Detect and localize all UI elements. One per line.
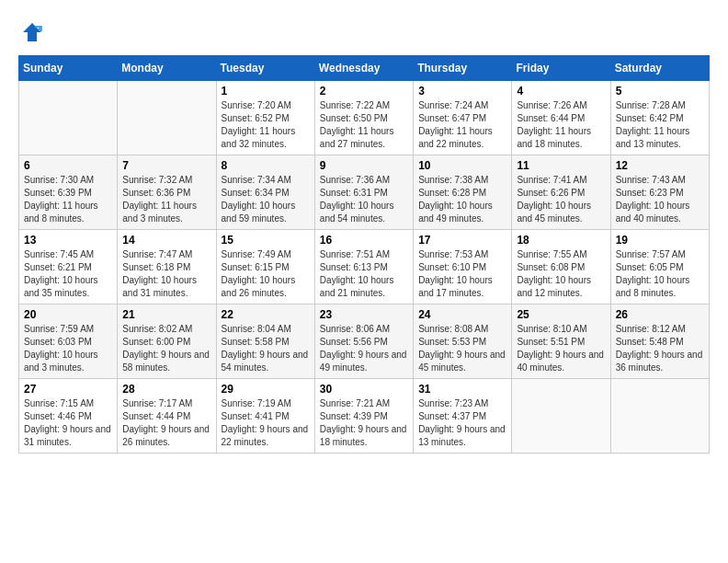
day-cell [118,81,216,155]
day-info: Sunrise: 8:04 AMSunset: 5:58 PMDaylight:… [222,323,310,374]
day-info: Sunrise: 7:20 AMSunset: 6:52 PMDaylight:… [222,99,310,151]
day-number: 10 [418,159,506,172]
logo [18,18,50,46]
weekday-header-saturday: Saturday [610,56,709,81]
day-number: 21 [122,308,210,321]
day-cell: 3Sunrise: 7:24 AMSunset: 6:47 PMDaylight… [414,81,512,155]
day-number: 1 [222,85,310,98]
day-cell: 15Sunrise: 7:49 AMSunset: 6:15 PMDayligh… [216,230,314,304]
day-cell [610,379,709,454]
day-number: 31 [418,383,506,396]
day-cell: 23Sunrise: 8:06 AMSunset: 5:56 PMDayligh… [314,304,413,379]
day-cell: 20Sunrise: 7:59 AMSunset: 6:03 PMDayligh… [19,304,118,379]
weekday-header-row: SundayMondayTuesdayWednesdayThursdayFrid… [19,56,710,81]
day-number: 20 [24,308,112,321]
day-cell: 7Sunrise: 7:32 AMSunset: 6:36 PMDaylight… [118,155,216,230]
day-number: 7 [122,159,210,172]
day-info: Sunrise: 7:19 AMSunset: 4:41 PMDaylight:… [222,397,310,449]
day-cell: 26Sunrise: 8:12 AMSunset: 5:48 PMDayligh… [610,304,709,379]
day-number: 16 [320,234,408,247]
day-info: Sunrise: 7:53 AMSunset: 6:10 PMDaylight:… [418,248,506,300]
day-info: Sunrise: 7:30 AMSunset: 6:39 PMDaylight:… [24,174,112,225]
day-info: Sunrise: 8:10 AMSunset: 5:51 PMDaylight:… [517,323,605,374]
day-cell: 12Sunrise: 7:43 AMSunset: 6:23 PMDayligh… [610,155,709,230]
day-number: 29 [222,383,310,396]
week-row-2: 6Sunrise: 7:30 AMSunset: 6:39 PMDaylight… [19,155,710,230]
day-number: 3 [418,85,506,98]
day-number: 23 [320,308,408,321]
day-number: 27 [24,383,112,396]
day-info: Sunrise: 7:23 AMSunset: 4:37 PMDaylight:… [418,397,506,449]
weekday-header-tuesday: Tuesday [216,56,314,81]
day-info: Sunrise: 7:24 AMSunset: 6:47 PMDaylight:… [418,99,506,151]
day-info: Sunrise: 7:28 AMSunset: 6:42 PMDaylight:… [616,99,704,151]
day-number: 9 [320,159,408,172]
day-cell: 22Sunrise: 8:04 AMSunset: 5:58 PMDayligh… [216,304,314,379]
weekday-header-wednesday: Wednesday [314,56,413,81]
day-info: Sunrise: 7:17 AMSunset: 4:44 PMDaylight:… [122,397,210,449]
day-cell [512,379,610,454]
day-info: Sunrise: 7:32 AMSunset: 6:36 PMDaylight:… [122,174,210,225]
day-number: 6 [24,159,112,172]
day-info: Sunrise: 8:02 AMSunset: 6:00 PMDaylight:… [122,323,210,374]
day-cell: 10Sunrise: 7:38 AMSunset: 6:28 PMDayligh… [414,155,512,230]
day-cell: 16Sunrise: 7:51 AMSunset: 6:13 PMDayligh… [314,230,413,304]
header [18,18,710,46]
day-number: 22 [222,308,310,321]
day-cell: 2Sunrise: 7:22 AMSunset: 6:50 PMDaylight… [314,81,413,155]
day-number: 12 [616,159,704,172]
day-number: 19 [616,234,704,247]
day-cell: 14Sunrise: 7:47 AMSunset: 6:18 PMDayligh… [118,230,216,304]
day-number: 2 [320,85,408,98]
day-cell: 11Sunrise: 7:41 AMSunset: 6:26 PMDayligh… [512,155,610,230]
day-info: Sunrise: 7:45 AMSunset: 6:21 PMDaylight:… [24,248,112,300]
weekday-header-sunday: Sunday [19,56,118,81]
day-info: Sunrise: 8:06 AMSunset: 5:56 PMDaylight:… [320,323,408,374]
day-cell: 19Sunrise: 7:57 AMSunset: 6:05 PMDayligh… [610,230,709,304]
day-info: Sunrise: 7:51 AMSunset: 6:13 PMDaylight:… [320,248,408,300]
day-info: Sunrise: 7:41 AMSunset: 6:26 PMDaylight:… [517,174,605,225]
day-cell: 27Sunrise: 7:15 AMSunset: 4:46 PMDayligh… [19,379,118,454]
day-number: 15 [222,234,310,247]
day-info: Sunrise: 7:59 AMSunset: 6:03 PMDaylight:… [24,323,112,374]
day-cell: 1Sunrise: 7:20 AMSunset: 6:52 PMDaylight… [216,81,314,155]
day-cell: 28Sunrise: 7:17 AMSunset: 4:44 PMDayligh… [118,379,216,454]
day-info: Sunrise: 7:36 AMSunset: 6:31 PMDaylight:… [320,174,408,225]
day-info: Sunrise: 7:21 AMSunset: 4:39 PMDaylight:… [320,397,408,449]
day-info: Sunrise: 7:38 AMSunset: 6:28 PMDaylight:… [418,174,506,225]
day-cell: 8Sunrise: 7:34 AMSunset: 6:34 PMDaylight… [216,155,314,230]
day-info: Sunrise: 8:12 AMSunset: 5:48 PMDaylight:… [616,323,704,374]
day-number: 24 [418,308,506,321]
day-cell: 5Sunrise: 7:28 AMSunset: 6:42 PMDaylight… [610,81,709,155]
day-cell: 25Sunrise: 8:10 AMSunset: 5:51 PMDayligh… [512,304,610,379]
day-cell: 4Sunrise: 7:26 AMSunset: 6:44 PMDaylight… [512,81,610,155]
day-number: 26 [616,308,704,321]
day-info: Sunrise: 7:57 AMSunset: 6:05 PMDaylight:… [616,248,704,300]
day-cell: 17Sunrise: 7:53 AMSunset: 6:10 PMDayligh… [414,230,512,304]
day-cell: 9Sunrise: 7:36 AMSunset: 6:31 PMDaylight… [314,155,413,230]
day-info: Sunrise: 7:49 AMSunset: 6:15 PMDaylight:… [222,248,310,300]
day-cell: 18Sunrise: 7:55 AMSunset: 6:08 PMDayligh… [512,230,610,304]
week-row-3: 13Sunrise: 7:45 AMSunset: 6:21 PMDayligh… [19,230,710,304]
day-number: 5 [616,85,704,98]
day-cell: 21Sunrise: 8:02 AMSunset: 6:00 PMDayligh… [118,304,216,379]
day-cell: 30Sunrise: 7:21 AMSunset: 4:39 PMDayligh… [314,379,413,454]
day-cell: 6Sunrise: 7:30 AMSunset: 6:39 PMDaylight… [19,155,118,230]
day-number: 28 [122,383,210,396]
day-cell: 31Sunrise: 7:23 AMSunset: 4:37 PMDayligh… [414,379,512,454]
day-number: 30 [320,383,408,396]
week-row-5: 27Sunrise: 7:15 AMSunset: 4:46 PMDayligh… [19,379,710,454]
day-cell: 29Sunrise: 7:19 AMSunset: 4:41 PMDayligh… [216,379,314,454]
day-info: Sunrise: 7:55 AMSunset: 6:08 PMDaylight:… [517,248,605,300]
day-number: 14 [122,234,210,247]
day-info: Sunrise: 7:47 AMSunset: 6:18 PMDaylight:… [122,248,210,300]
calendar: SundayMondayTuesdayWednesdayThursdayFrid… [18,55,710,454]
weekday-header-thursday: Thursday [414,56,512,81]
day-number: 18 [517,234,605,247]
day-cell: 24Sunrise: 8:08 AMSunset: 5:53 PMDayligh… [414,304,512,379]
day-number: 13 [24,234,112,247]
day-number: 17 [418,234,506,247]
weekday-header-monday: Monday [118,56,216,81]
day-number: 11 [517,159,605,172]
day-number: 4 [517,85,605,98]
